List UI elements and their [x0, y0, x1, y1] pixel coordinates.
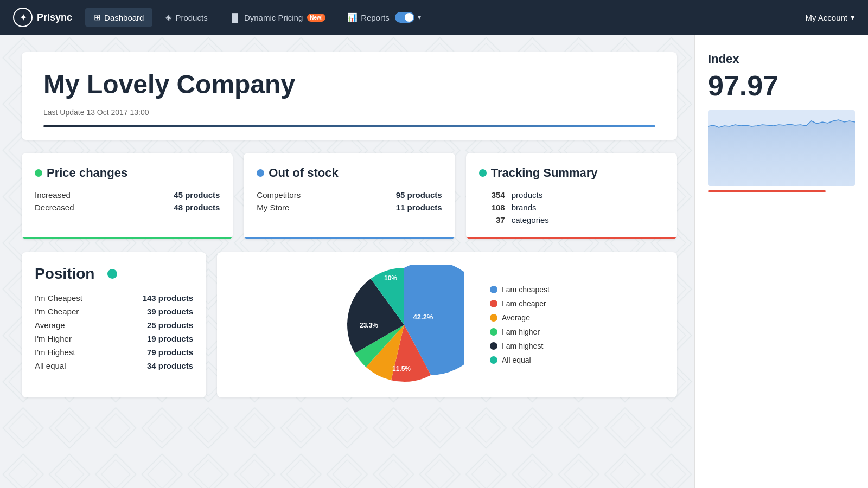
products-count: 354	[479, 189, 512, 201]
brands-label: brands	[512, 201, 664, 214]
price-changes-title: Price changes	[47, 166, 127, 180]
average-label: Average	[35, 318, 112, 332]
main-content: My Lovely Company Last Update 13 Oct 201…	[0, 35, 868, 488]
price-changes-table: Increased 45 products Decreased 48 produ…	[35, 189, 220, 214]
table-row: I'm Higher 19 products	[35, 332, 193, 345]
tag-icon: ◈	[165, 12, 172, 22]
grid-icon: ⊞	[94, 12, 101, 22]
position-table: I'm Cheapest 143 products I'm Cheaper 39…	[35, 291, 193, 373]
cheapest-label: I'm Cheapest	[35, 291, 112, 305]
my-account-label: My Account	[805, 13, 847, 22]
equal-label: All equal	[35, 359, 112, 373]
table-row: 354 products	[479, 189, 664, 201]
new-badge: New!	[307, 14, 326, 22]
table-row: My Store 11 products	[257, 201, 442, 214]
table-row: I'm Highest 79 products	[35, 345, 193, 359]
divider	[43, 125, 655, 127]
price-changes-card: Price changes Increased 45 products Decr…	[22, 153, 233, 239]
pie-legend: I am cheapest I am cheaper Average I am …	[490, 285, 550, 364]
stats-row: Price changes Increased 45 products Decr…	[22, 153, 677, 239]
table-row: 108 brands	[479, 201, 664, 214]
legend-label-average: Average	[502, 313, 530, 322]
index-title: Index	[708, 52, 855, 66]
competitors-value: 95 products	[347, 189, 442, 201]
equal-value: 34 products	[112, 359, 193, 373]
bottom-row: Position I'm Cheapest 143 products I'm C…	[22, 252, 677, 397]
table-row: All equal 34 products	[35, 359, 193, 373]
nav-products[interactable]: ◈ Products	[157, 8, 216, 27]
position-header: Position	[35, 265, 193, 282]
legend-dot-cheapest	[490, 286, 497, 293]
table-row: Decreased 48 products	[35, 201, 220, 214]
out-of-stock-title: Out of stock	[269, 166, 338, 180]
categories-label: categories	[512, 214, 664, 226]
highest-label: I'm Highest	[35, 345, 112, 359]
blue-dot	[257, 169, 264, 177]
legend-dot-average	[490, 314, 497, 322]
pie-label-cheaper: 11.5%	[392, 365, 411, 373]
cheaper-label: I'm Cheaper	[35, 305, 112, 318]
index-chart-wrapper	[708, 110, 855, 186]
pie-chart-card: 42.2% 11.5% 23.3% 10% I am cheapest I am…	[217, 252, 677, 397]
pie-label-equal: 10%	[384, 274, 397, 282]
legend-dot-highest	[490, 342, 497, 350]
chart-bar-icon: ▐▌	[229, 13, 241, 22]
legend-label-higher: I am higher	[502, 328, 540, 336]
tracking-table: 354 products 108 brands 37 categories	[479, 189, 664, 226]
legend-equal: All equal	[490, 356, 550, 364]
nav-dashboard-label: Dashboard	[104, 13, 144, 22]
reports-toggle[interactable]	[395, 12, 414, 23]
nav-dynamic-pricing[interactable]: ▐▌ Dynamic Pricing New!	[221, 9, 335, 27]
brands-count: 108	[479, 201, 512, 214]
out-of-stock-header: Out of stock	[257, 166, 442, 180]
legend-highest: I am highest	[490, 342, 550, 350]
chart-area	[708, 120, 855, 186]
my-account-menu[interactable]: My Account ▾	[805, 12, 855, 22]
increased-label: Increased	[35, 189, 120, 201]
chart-line-icon: 📊	[347, 12, 358, 22]
my-store-label: My Store	[257, 201, 347, 214]
index-chart-svg	[708, 110, 855, 186]
tracking-summary-card: Tracking Summary 354 products 108 brands…	[466, 153, 677, 239]
left-panel: My Lovely Company Last Update 13 Oct 201…	[0, 35, 694, 488]
index-red-bar	[708, 190, 826, 192]
table-row: I'm Cheaper 39 products	[35, 305, 193, 318]
navbar: ✦ Prisync ⊞ Dashboard ◈ Products ▐▌ Dyna…	[0, 0, 868, 35]
legend-label-cheapest: I am cheapest	[502, 285, 550, 294]
higher-label: I'm Higher	[35, 332, 112, 345]
table-row: Competitors 95 products	[257, 189, 442, 201]
nav-dynamic-pricing-label: Dynamic Pricing	[244, 13, 303, 22]
nav-right: My Account ▾	[805, 12, 855, 22]
products-label: products	[512, 189, 664, 201]
decreased-value: 48 products	[120, 201, 220, 214]
position-card: Position I'm Cheapest 143 products I'm C…	[22, 252, 206, 397]
competitors-label: Competitors	[257, 189, 347, 201]
chevron-down-icon: ▾	[418, 14, 421, 21]
index-value: 97.97	[708, 70, 855, 101]
categories-count: 37	[479, 214, 512, 226]
chevron-down-icon-account: ▾	[851, 12, 855, 22]
decreased-label: Decreased	[35, 201, 120, 214]
logo[interactable]: ✦ Prisync	[13, 8, 72, 27]
nav-reports-label: Reports	[361, 13, 390, 22]
position-title: Position	[35, 265, 94, 282]
pie-label-cheapest: 42.2%	[413, 313, 433, 321]
cheaper-value: 39 products	[112, 305, 193, 318]
legend-label-equal: All equal	[502, 356, 531, 364]
legend-dot-higher	[490, 328, 497, 336]
legend-dot-cheaper	[490, 300, 497, 307]
teal-dot	[479, 169, 487, 177]
company-card: My Lovely Company Last Update 13 Oct 201…	[22, 52, 677, 140]
last-update: Last Update 13 Oct 2017 13:00	[43, 108, 655, 117]
out-of-stock-table: Competitors 95 products My Store 11 prod…	[257, 189, 442, 214]
my-store-value: 11 products	[347, 201, 442, 214]
pie-label-highest: 23.3%	[360, 322, 378, 329]
logo-text: Prisync	[37, 12, 72, 23]
nav-dashboard[interactable]: ⊞ Dashboard	[85, 8, 152, 27]
table-row: Average 25 products	[35, 318, 193, 332]
cheapest-value: 143 products	[112, 291, 193, 305]
nav-reports[interactable]: 📊 Reports ▾	[339, 8, 430, 27]
out-of-stock-card: Out of stock Competitors 95 products My …	[244, 153, 455, 239]
nav-products-label: Products	[175, 13, 207, 22]
legend-cheaper: I am cheaper	[490, 299, 550, 308]
